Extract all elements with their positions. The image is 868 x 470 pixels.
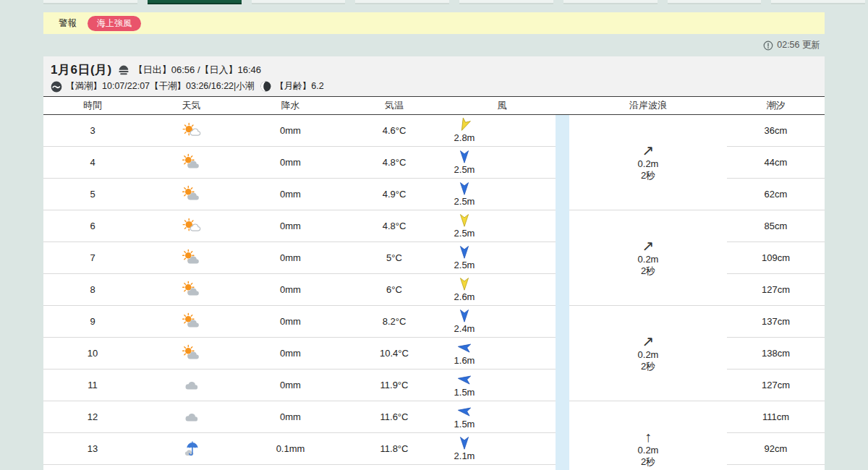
coastal-wave-group-cell: ↗0.2m2秒 [569, 306, 727, 401]
weather-cell [142, 242, 241, 274]
rain-icon [181, 440, 203, 458]
wind-speed-label: 1.5m [454, 387, 475, 398]
wind-direction-arrow-icon [459, 341, 470, 354]
alert-badge-sea-gale[interactable]: 海上強風 [88, 16, 141, 31]
wave-period-label: 2秒 [641, 361, 655, 372]
wind-direction-arrow-icon [459, 181, 470, 195]
wind-speed-label: 2.1m [454, 450, 475, 461]
precip-cell: 0mm [241, 179, 340, 210]
time-cell: 5 [43, 179, 142, 210]
wave-height-label: 0.2m [638, 445, 659, 456]
precip-cell: 0mm [241, 338, 340, 369]
temp-cell: 4.6°C [340, 115, 448, 147]
coastal-wave-group-cell: ↗0.2m2秒 [569, 210, 727, 306]
coastal-wave-group-cell: ↑0.2m2秒 [569, 401, 727, 470]
time-cell: 6 [43, 210, 142, 242]
wind-speed-label: 2.4m [454, 323, 475, 334]
tide-cell: 92cm [727, 433, 825, 465]
partly-cloudy-icon [181, 185, 203, 203]
top-tab[interactable] [459, 0, 553, 4]
time-cell: 11 [43, 369, 142, 401]
precip-cell: 0mm [241, 242, 340, 274]
wind-direction-arrow-icon [459, 150, 470, 163]
alert-bar: 警報 海上強風 [43, 12, 825, 34]
cloudy-icon [181, 376, 203, 394]
tide-cell: 109cm [727, 242, 825, 274]
top-tab[interactable] [771, 0, 865, 4]
wave-period-label: 2秒 [641, 265, 655, 277]
weather-cell [142, 147, 241, 179]
top-tab[interactable] [252, 0, 346, 4]
wave-period-label: 2秒 [641, 456, 655, 468]
wave-direction-arrow-icon: ↗ [642, 334, 655, 349]
wind-speed-label: 1.5m [454, 419, 475, 430]
wave-height-label: 0.2m [638, 254, 659, 265]
wave-direction-arrow-icon: ↗ [642, 239, 655, 253]
tide-cell: 85cm [727, 210, 825, 242]
sunny-then-cloudy-icon [181, 121, 203, 140]
top-tab[interactable] [355, 0, 449, 4]
wind-direction-arrow-icon [459, 404, 470, 418]
weather-cell [142, 115, 241, 147]
precip-cell: 0mm [241, 115, 340, 147]
time-cell: 13 [43, 433, 142, 465]
tide-cell [727, 465, 825, 470]
wind-speed-label: 2.5m [454, 196, 475, 207]
temp-cell [340, 465, 448, 470]
precip-cell: 0mm [241, 306, 340, 338]
precip-cell: 0mm [241, 369, 340, 401]
time-cell: 8 [43, 274, 142, 306]
wind-cell: 1.5m [448, 369, 556, 401]
alert-label: 警報 [59, 17, 77, 30]
partly-cloudy-icon [181, 153, 203, 171]
column-header: 沿岸波浪 [569, 96, 727, 115]
column-header: 気温 [340, 96, 448, 115]
time-cell: 9 [43, 306, 142, 338]
wind-cell: 2.1m [448, 433, 556, 465]
wind-cell: 2.5m [448, 242, 556, 274]
weather-cell [142, 465, 241, 470]
time-cell: 12 [43, 401, 142, 433]
wind-cell: 2.6m [448, 274, 556, 306]
time-cell: 4 [43, 147, 142, 179]
top-tab[interactable] [43, 0, 137, 4]
moon-phase-icon [260, 81, 271, 92]
cloudy-icon [181, 408, 203, 426]
wave-height-label: 0.2m [638, 158, 659, 170]
tide-cell: 44cm [727, 147, 825, 179]
wave-direction-arrow-icon: ↑ [644, 430, 652, 444]
top-tab[interactable] [563, 0, 658, 4]
wind-cell [448, 465, 556, 470]
tide-cell: 111cm [727, 401, 825, 433]
coastal-wave-group-cell: ↗0.2m2秒 [569, 115, 727, 210]
top-tab-strip [43, 0, 865, 4]
column-header: 降水 [241, 96, 340, 115]
temp-cell: 6°C [340, 274, 448, 306]
precip-cell: 0mm [241, 401, 340, 433]
top-tab[interactable] [668, 0, 762, 4]
weather-cell [142, 210, 241, 242]
temp-cell: 4.9°C [340, 179, 448, 210]
wind-wave-separator-band [556, 115, 569, 470]
temp-cell: 4.8°C [340, 210, 448, 242]
sunrise-sunset-text: 【日出】06:56 /【日入】16:46 [134, 64, 261, 77]
weather-cell [142, 338, 241, 369]
weather-cell [142, 369, 241, 401]
wind-speed-label: 2.5m [454, 164, 475, 175]
moon-age-text: 【月齢】6.2 [275, 80, 323, 93]
tide-wave-icon [51, 81, 62, 93]
tide-times-text: 【満潮】10:07/22:07【干潮】03:26/16:22|小潮 [66, 80, 254, 93]
sunny-then-cloudy-icon [181, 217, 203, 235]
wind-direction-arrow-icon [459, 436, 470, 450]
wave-period-label: 2秒 [641, 170, 655, 181]
column-header: 天気 [142, 96, 241, 115]
wind-cell: 2.5m [448, 147, 556, 179]
time-cell: 3 [43, 115, 142, 147]
tide-cell: 127cm [727, 274, 825, 306]
wind-cell: 2.4m [448, 306, 556, 338]
tide-cell: 62cm [727, 179, 825, 210]
weather-cell [142, 401, 241, 433]
wave-height-label: 0.2m [638, 349, 659, 361]
wind-cell: 2.8m [448, 115, 556, 147]
top-tab-active[interactable] [148, 0, 242, 4]
